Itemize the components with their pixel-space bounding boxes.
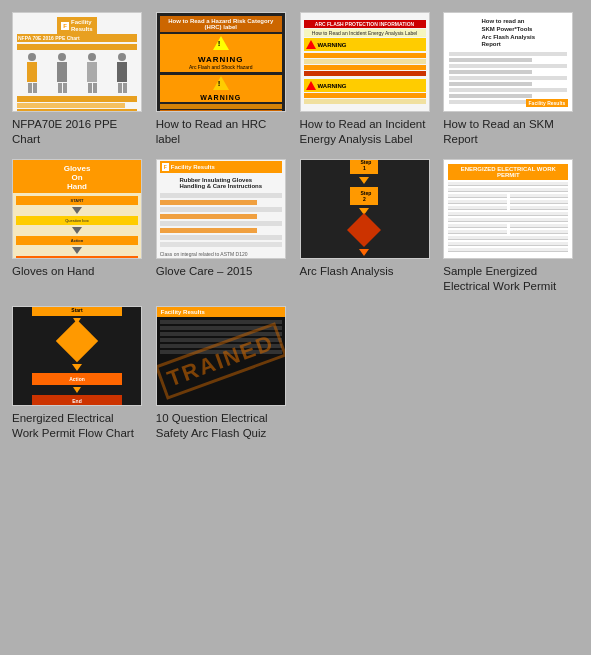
list-item[interactable]: Start Action End Energized Electrical Wo…: [12, 306, 148, 441]
list-item[interactable]: Facility Results TRAINED 10 Question Ele…: [156, 306, 292, 441]
list-item[interactable]: ARC FLASH PROTECTION INFORMATION How to …: [300, 12, 436, 147]
thumbnail-permit: ENERGIZED ELECTRICAL WORK PERMIT: [443, 159, 573, 259]
list-item[interactable]: ARC FLASH ANALYSIS PROCESS Step 1 Step 2…: [300, 159, 436, 294]
item-label: Arc Flash Analysis: [300, 264, 394, 279]
item-label: Gloves on Hand: [12, 264, 94, 279]
thumbnail-gloves: F Facility Results Managed Glove Program…: [12, 159, 142, 259]
list-item[interactable]: How to Read a Hazard Risk Category (HRC)…: [156, 12, 292, 147]
thumbnail-quiz: Facility Results TRAINED: [156, 306, 286, 406]
thumbnail-skm: How to read anSKM Power*ToolsArc Flash A…: [443, 12, 573, 112]
thumbnail-arc: ARC FLASH ANALYSIS PROCESS Step 1 Step 2…: [300, 159, 430, 259]
item-label: Energized Electrical Work Permit Flow Ch…: [12, 411, 142, 441]
item-label: Glove Care – 2015: [156, 264, 253, 279]
resource-grid: F FacilityResults NFPA 70E 2016 PPE Char…: [12, 12, 579, 441]
thumbnail-incident: ARC FLASH PROTECTION INFORMATION How to …: [300, 12, 430, 112]
thumbnail-eewpfc: Start Action End: [12, 306, 142, 406]
thumbnail-glovecare: F Facility Results Rubber Insulating Glo…: [156, 159, 286, 259]
list-item[interactable]: F FacilityResults NFPA 70E 2016 PPE Char…: [12, 12, 148, 147]
list-item[interactable]: F Facility Results Managed Glove Program…: [12, 159, 148, 294]
list-item[interactable]: How to read anSKM Power*ToolsArc Flash A…: [443, 12, 579, 147]
item-label: Sample Energized Electrical Work Permit: [443, 264, 573, 294]
item-label: 10 Question Electrical Safety Arc Flash …: [156, 411, 286, 441]
item-label: How to Read an HRC label: [156, 117, 286, 147]
thumbnail-hrc: How to Read a Hazard Risk Category (HRC)…: [156, 12, 286, 112]
item-label: How to Read an SKM Report: [443, 117, 573, 147]
item-label: NFPA70E 2016 PPE Chart: [12, 117, 142, 147]
list-item[interactable]: F Facility Results Rubber Insulating Glo…: [156, 159, 292, 294]
item-label: How to Read an Incident Energy Analysis …: [300, 117, 430, 147]
list-item[interactable]: ENERGIZED ELECTRICAL WORK PERMIT: [443, 159, 579, 294]
thumbnail-nfpa: F FacilityResults NFPA 70E 2016 PPE Char…: [12, 12, 142, 112]
